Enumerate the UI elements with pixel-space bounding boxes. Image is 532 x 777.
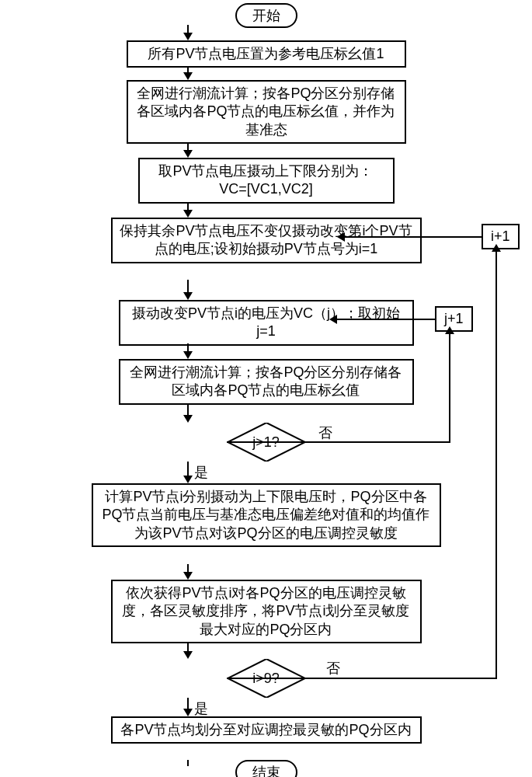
no-label: 否 <box>318 423 332 442</box>
arrow-head <box>183 33 193 40</box>
arrow-head <box>183 72 193 80</box>
process-text: 各PV节点均划分至对应调控最灵敏的PQ分区内 <box>120 722 411 737</box>
arrow-head <box>183 292 193 300</box>
start-label: 开始 <box>252 8 280 23</box>
process-step-6: 全网进行潮流计算；按各PQ分区分别存储各区域内各PQ节点的电压标幺值 <box>119 359 414 405</box>
process-text: 所有PV节点电压置为参考电压标幺值1 <box>148 46 384 61</box>
process-text: 取PV节点电压摄动上下限分别为：VC=[VC1,VC2] <box>158 163 373 197</box>
end-label: 结束 <box>252 765 280 777</box>
arrow-head <box>183 709 193 716</box>
start-terminator: 开始 <box>235 3 297 28</box>
loop-line <box>227 441 450 443</box>
process-step-5: 摄动改变PV节点i的电压为VC（j）；取初始j=1 <box>119 300 414 346</box>
yes-label: 是 <box>194 463 208 482</box>
arrow-head <box>337 232 345 242</box>
arrow-head <box>183 150 193 158</box>
process-step-2: 全网进行潮流计算；按各PQ分区分别存储各区域内各PQ节点的电压标幺值，并作为基准… <box>127 80 406 144</box>
process-text: 摄动改变PV节点i的电压为VC（j）；取初始j=1 <box>132 305 400 339</box>
loop-line <box>227 678 497 679</box>
arrow-head <box>492 244 501 252</box>
arrow <box>187 760 189 766</box>
arrow-head <box>183 476 193 483</box>
increment-j-label: j+1 <box>444 311 464 326</box>
process-text: 全网进行潮流计算；按各PQ分区分别存储各区域内各PQ节点的电压标幺值 <box>130 364 402 398</box>
process-text: 全网进行潮流计算；按各PQ分区分别存储各区域内各PQ节点的电压标幺值，并作为基准… <box>137 85 395 138</box>
loop-line <box>449 333 450 443</box>
process-step-1: 所有PV节点电压置为参考电压标幺值1 <box>127 40 406 68</box>
process-step-7: 计算PV节点i分别摄动为上下限电压时，PQ分区中各PQ节点当前电压与基准态电压偏… <box>92 483 441 547</box>
loop-line <box>336 319 435 320</box>
arrow-head <box>183 351 193 359</box>
process-step-9: 各PV节点均划分至对应调控最灵敏的PQ分区内 <box>111 716 422 744</box>
increment-i-label: i+1 <box>491 228 510 244</box>
process-step-3: 取PV节点电压摄动上下限分别为：VC=[VC1,VC2] <box>138 158 395 204</box>
process-text: 计算PV节点i分别摄动为上下限电压时，PQ分区中各PQ节点当前电压与基准态电压偏… <box>102 489 429 541</box>
arrow-head <box>445 326 454 334</box>
arrow-head <box>183 651 193 659</box>
end-terminator: 结束 <box>235 760 297 777</box>
arrow-head <box>183 415 193 423</box>
yes-label: 是 <box>194 699 208 718</box>
loop-line <box>495 250 497 679</box>
process-step-4: 保持其余PV节点电压不变仅摄动改变第i个PV节点的电压;设初始摄动PV节点号为i… <box>111 218 422 263</box>
arrow-head <box>329 315 337 324</box>
process-step-8: 依次获得PV节点i对各PQ分区的电压调控灵敏度，各区灵敏度排序，将PV节点i划分… <box>111 580 422 643</box>
process-text: 依次获得PV节点i对各PQ分区的电压调控灵敏度，各区灵敏度排序，将PV节点i划分… <box>122 585 409 637</box>
arrow <box>187 462 189 477</box>
process-text: 保持其余PV节点电压不变仅摄动改变第i个PV节点的电压;设初始摄动PV节点号为i… <box>120 223 412 256</box>
arrow-head <box>183 210 193 218</box>
flowchart-container: 开始 所有PV节点电压置为参考电压标幺值1 全网进行潮流计算；按各PQ分区分别存… <box>0 0 532 777</box>
arrow-head <box>183 572 193 580</box>
loop-line <box>343 236 482 238</box>
no-label: 否 <box>326 659 340 678</box>
